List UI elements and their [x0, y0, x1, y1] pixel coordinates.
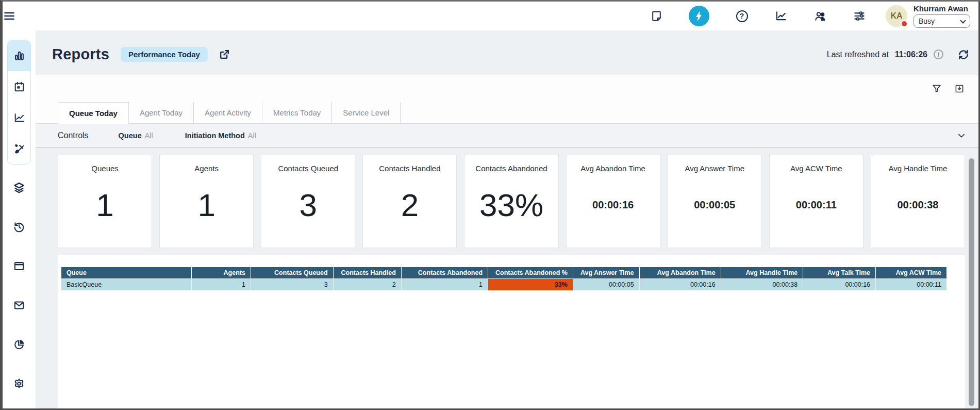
page-title: Reports: [52, 46, 109, 63]
window-icon: [12, 259, 26, 273]
column-header-agents[interactable]: Agents: [191, 267, 251, 279]
column-header-contacts-handled[interactable]: Contacts Handled: [333, 267, 401, 279]
bar-chart-icon: [13, 50, 26, 62]
card-value: 3: [261, 168, 355, 242]
summary-cards: Queues1Agents1Contacts Queued3Contacts H…: [58, 155, 965, 248]
tab-service-level[interactable]: Service Level: [332, 102, 401, 123]
users-icon[interactable]: [813, 9, 827, 23]
vertical-scrollbar[interactable]: [969, 158, 974, 406]
column-header-avg-handle-time[interactable]: Avg Handle Time: [721, 267, 803, 279]
tab-queue-today[interactable]: Queue Today: [58, 102, 129, 124]
line-chart-icon: [13, 111, 26, 124]
cell-agents: 1: [191, 279, 251, 291]
controls-label: Controls: [58, 131, 89, 140]
filter-initiation-method[interactable]: Initiation MethodAll: [185, 132, 256, 140]
avatar[interactable]: KA: [886, 5, 907, 27]
sidebar-item-settings[interactable]: [12, 377, 26, 390]
refresh-icon[interactable]: [957, 48, 970, 61]
sidebar-item-flows[interactable]: [12, 181, 26, 194]
layers-icon: [12, 181, 26, 194]
info-icon[interactable]: [934, 50, 943, 59]
menu-icon[interactable]: [3, 9, 16, 23]
card-value: 2: [363, 168, 456, 242]
settings-gear-icon: [12, 377, 26, 390]
card-value: 00:00:38: [871, 168, 965, 242]
sidebar-item-dashboard[interactable]: [8, 40, 30, 71]
main-content: Reports Performance Today Last refreshed…: [36, 30, 978, 408]
sidebar-item-reports-pie[interactable]: [12, 338, 26, 351]
summary-card-avg-handle-time: Avg Handle Time00:00:38: [871, 155, 965, 248]
cell-avg-abandon-time: 00:00:16: [639, 279, 721, 291]
summary-card-avg-abandon-time: Avg Abandon Time00:00:16: [566, 155, 660, 248]
download-icon[interactable]: [953, 82, 966, 95]
quick-connect-bolt-icon[interactable]: [689, 6, 709, 26]
summary-card-contacts-queued: Contacts Queued3: [261, 155, 355, 248]
settings-sliders-icon[interactable]: [853, 9, 866, 23]
card-value: 00:00:05: [668, 168, 761, 242]
sidebar-item-schedule[interactable]: [8, 71, 30, 102]
table-row-basicqueue: BasicQueue132133%00:00:0500:00:1600:00:3…: [61, 279, 946, 291]
filter-value: All: [145, 132, 153, 140]
user-name: Khurram Awan: [913, 4, 970, 13]
report-header: Reports Performance Today Last refreshed…: [52, 46, 970, 63]
report-panel: Queue TodayAgent TodayAgent ActivityMetr…: [36, 75, 978, 124]
calendar-icon: [13, 80, 26, 93]
card-value: 00:00:11: [770, 168, 863, 242]
question-mark-glyph: [736, 10, 748, 22]
cell-contacts-abandoned: 33%: [488, 279, 573, 291]
column-header-contacts-abandoned[interactable]: Contacts Abandoned %: [488, 267, 573, 279]
column-header-avg-answer-time[interactable]: Avg Answer Time: [573, 267, 639, 279]
note-icon[interactable]: [650, 9, 663, 23]
controls-collapse-chevron-icon[interactable]: [956, 130, 967, 141]
filter-icon[interactable]: [930, 82, 943, 95]
summary-card-contacts-abandoned: Contacts Abandoned33%: [464, 155, 558, 248]
sidebar-item-windows[interactable]: [12, 259, 26, 273]
last-refreshed-label: Last refreshed at: [827, 50, 889, 59]
dashboard-content: Queues1Agents1Contacts Queued3Contacts H…: [36, 147, 978, 408]
sidebar-report-group: [7, 40, 31, 165]
tab-agent-today[interactable]: Agent Today: [129, 102, 194, 123]
column-header-contacts-abandoned[interactable]: Contacts Abandoned: [401, 267, 488, 279]
queue-table: QueueAgentsContacts QueuedContacts Handl…: [61, 267, 946, 290]
cell-avg-acw-time: 00:00:11: [876, 279, 946, 291]
topbar: KA Khurram Awan Busy: [3, 2, 978, 30]
user-block: KA Khurram Awan Busy: [886, 4, 970, 28]
queue-table-header-row: QueueAgentsContacts QueuedContacts Handl…: [61, 267, 946, 279]
column-header-avg-abandon-time[interactable]: Avg Abandon Time: [639, 267, 721, 279]
summary-card-agents: Agents1: [159, 155, 254, 248]
column-header-queue[interactable]: Queue: [61, 267, 191, 279]
column-header-avg-acw-time[interactable]: Avg ACW Time: [876, 267, 946, 279]
controls-filters: QueueAllInitiation MethodAll: [119, 132, 256, 140]
controls-row: Controls QueueAllInitiation MethodAll: [36, 124, 978, 147]
filter-name: Initiation Method: [185, 132, 245, 140]
card-value: 1: [160, 168, 253, 242]
sidebar: [3, 30, 36, 408]
card-value: 1: [58, 168, 152, 242]
column-header-avg-talk-time[interactable]: Avg Talk Time: [803, 267, 876, 279]
help-icon[interactable]: [735, 9, 749, 23]
sidebar-item-metrics[interactable]: [8, 102, 30, 133]
filter-name: Queue: [119, 132, 142, 140]
metrics-icon[interactable]: [774, 9, 788, 23]
cell-contacts-handled: 2: [333, 279, 401, 291]
sidebar-item-history[interactable]: [12, 220, 26, 234]
column-header-contacts-queued[interactable]: Contacts Queued: [251, 267, 333, 279]
queue-table-container: QueueAgentsContacts QueuedContacts Handl…: [58, 255, 965, 408]
last-refreshed-time: 11:06:26: [895, 50, 927, 59]
report-tabs: Queue TodayAgent TodayAgent ActivityMetr…: [36, 102, 978, 124]
sidebar-item-mail[interactable]: [12, 299, 26, 312]
app-window: KA Khurram Awan Busy: [0, 0, 980, 410]
customize-icon: [13, 142, 26, 155]
tab-agent-activity[interactable]: Agent Activity: [194, 102, 262, 123]
summary-card-avg-answer-time: Avg Answer Time00:00:05: [668, 155, 762, 248]
tab-metrics-today[interactable]: Metrics Today: [262, 102, 332, 123]
pie-chart-icon: [12, 338, 26, 351]
status-select[interactable]: Busy: [913, 14, 970, 28]
summary-card-queues: Queues1: [58, 155, 152, 248]
external-link-icon[interactable]: [218, 48, 231, 61]
sidebar-item-customize[interactable]: [8, 133, 30, 164]
cell-contacts-abandoned: 1: [401, 279, 488, 291]
filter-queue[interactable]: QueueAll: [119, 132, 153, 140]
summary-card-contacts-handled: Contacts Handled2: [362, 155, 457, 248]
utility-row: [36, 75, 978, 102]
